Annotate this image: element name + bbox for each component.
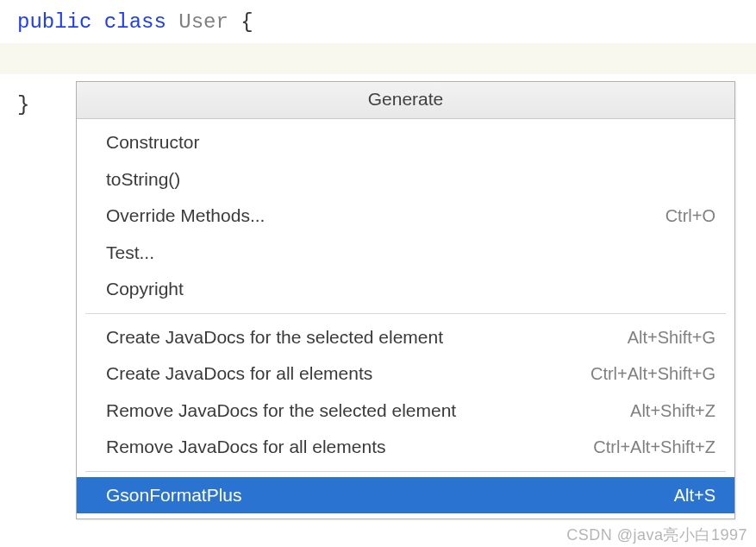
menu-item[interactable]: Create JavaDocs for all elementsCtrl+Alt… (77, 355, 734, 393)
code-editor[interactable]: public class User { (0, 0, 756, 43)
menu-item[interactable]: Remove JavaDocs for all elementsCtrl+Alt… (77, 429, 734, 466)
code-line: public class User { (17, 7, 756, 43)
menu-item[interactable]: Remove JavaDocs for the selected element… (77, 393, 734, 430)
menu-item-label: GsonFormatPlus (106, 481, 665, 510)
keyword-public: public (17, 10, 91, 34)
generate-popup: Generate ConstructortoString()Override M… (76, 81, 735, 519)
menu-item[interactable]: toString() (77, 161, 734, 198)
close-brace: } (17, 93, 29, 116)
watermark: CSDN @java亮小白1997 (566, 525, 747, 545)
current-line-highlight (0, 43, 756, 74)
menu-item-shortcut: Alt+S (665, 482, 715, 509)
menu-item[interactable]: GsonFormatPlusAlt+S (77, 477, 734, 514)
menu-item[interactable]: Create JavaDocs for the selected element… (77, 319, 734, 356)
menu-item-label: toString() (106, 166, 715, 194)
menu-item[interactable]: Constructor (77, 124, 734, 161)
menu-item-shortcut: Ctrl+Alt+Shift+G (582, 361, 715, 387)
class-name: User (178, 10, 228, 34)
menu-item-label: Remove JavaDocs for the selected element (106, 397, 622, 425)
menu-item-label: Constructor (106, 129, 715, 157)
menu-item[interactable]: Copyright (77, 271, 734, 308)
keyword-class: class (104, 10, 166, 34)
menu-item-shortcut: Alt+Shift+G (619, 324, 715, 351)
popup-group: Create JavaDocs for the selected element… (77, 314, 734, 471)
menu-item-label: Override Methods... (106, 202, 657, 230)
menu-item-shortcut: Ctrl+O (657, 203, 715, 229)
menu-item-label: Create JavaDocs for the selected element (106, 324, 619, 352)
menu-item-label: Remove JavaDocs for all elements (106, 433, 584, 462)
popup-body: ConstructortoString()Override Methods...… (77, 119, 734, 519)
popup-title: Generate (77, 82, 734, 119)
open-brace: { (241, 10, 253, 34)
popup-group: GsonFormatPlusAlt+S (77, 472, 734, 519)
menu-item-label: Create JavaDocs for all elements (106, 360, 582, 388)
menu-item[interactable]: Test... (77, 235, 734, 272)
menu-item-label: Copyright (106, 275, 715, 304)
menu-item-shortcut: Alt+Shift+Z (622, 398, 715, 424)
popup-group: ConstructortoString()Override Methods...… (77, 119, 734, 313)
menu-item-label: Test... (106, 239, 715, 267)
menu-item-shortcut: Ctrl+Alt+Shift+Z (584, 434, 715, 461)
menu-item[interactable]: Override Methods...Ctrl+O (77, 198, 734, 235)
